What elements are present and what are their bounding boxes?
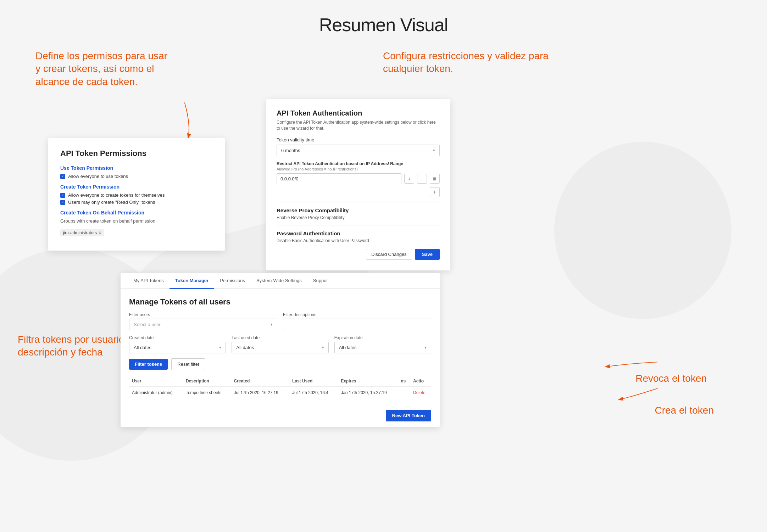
reset-filter-button[interactable]: Reset filter [171,358,205,370]
annotation-revoke: Revoca el token [635,372,707,385]
create-token-item2: Users may only create "Read Only" tokens [60,200,213,205]
annotation-top-left: Define los permisos para usar y crear to… [35,50,170,88]
validity-select[interactable]: 6 months ▾ [277,145,440,156]
table-row: Administrator (admin) Tempo time sheets … [129,387,431,399]
tokens-table: User Description Created Last Used Expir… [129,376,431,399]
col-ns: ns [398,376,410,387]
token-manager-body: Manage Tokens of all users Filter users … [121,289,440,406]
create-token-section-title: Create Token Permission [60,184,213,190]
filter-desc-col: Filter descriptions [283,312,431,330]
validity-chevron-icon: ▾ [433,148,435,153]
filter-users-placeholder: Select a user [134,322,161,327]
auth-card-footer: Discard Changes Save [277,249,440,260]
token-manager-title: Manage Tokens of all users [129,297,431,307]
filter-users-chevron-icon: ▾ [271,322,273,327]
cell-expires: Jan 17th 2020, 15:27:19 [338,387,398,399]
annotation-create: Crea el token [655,404,714,417]
token-manager-card: My API Tokens Token Manager Permissions … [121,273,440,427]
new-api-token-button[interactable]: New API Token [386,410,431,421]
col-last-used: Last Used [289,376,338,387]
filter-desc-label: Filter descriptions [283,312,431,317]
ip-sublabel: Allowed IPs (no Addresses = no IP restri… [277,167,440,171]
filter-users-col: Filter users Select a user ▾ [129,312,277,330]
auth-card-subtitle: Configure the API Token Authentication a… [277,119,440,131]
ip-delete-btn[interactable]: 🗑 [430,174,440,184]
col-created: Created [231,376,289,387]
token-manager-footer: New API Token [121,406,440,427]
filter-tokens-button[interactable]: Filter tokens [129,359,168,370]
save-button[interactable]: Save [415,249,440,260]
last-used-chevron-icon: ▾ [322,345,324,350]
create-token-checkbox2[interactable] [60,200,65,205]
created-date-label: Created date [129,335,226,340]
created-date-chevron-icon: ▾ [219,345,221,350]
tab-support[interactable]: Suppor [307,273,334,289]
ip-add-btn[interactable]: + [430,187,440,197]
use-token-item1: Allow everyone to use tokens [60,174,213,179]
validity-label: Token validity time [277,137,440,142]
cell-created: Jul 17th 2020, 16:27:19 [231,387,289,399]
last-used-col: Last used date All dates ▾ [232,335,328,353]
expiration-label: Expiration date [334,335,431,340]
annotation-top-right: Configura restricciones y validez para c… [383,50,553,75]
col-action: Actio [410,376,431,387]
annotation-bottom-left: Filtra tokens por usuario, descripción y… [18,333,131,359]
tab-system-wide-settings[interactable]: System-Wide Settings [251,273,307,289]
password-auth-heading: Password Authentication [277,230,440,236]
tag-remove-btn[interactable]: X [99,231,101,235]
jira-admin-tag: jira-administrators X [60,229,104,236]
create-token-item1: Allow everyone to create tokens for them… [60,192,213,198]
use-token-checkbox1[interactable] [60,174,65,179]
col-user: User [129,376,183,387]
filter-row: Filter users Select a user ▾ Filter desc… [129,312,431,330]
ip-field-row: ↓ ↑ 🗑 [277,173,440,184]
cell-description: Tempo time sheets [183,387,231,399]
col-expires: Expires [338,376,398,387]
page-title: Resumen Visual [0,0,767,46]
cell-ns [398,387,410,399]
delete-token-link[interactable]: Delete [413,390,426,395]
password-auth-text: Disable Basic Authentication with User P… [277,238,440,243]
filter-users-select[interactable]: Select a user ▾ [129,319,277,330]
expiration-chevron-icon: ▾ [424,345,427,350]
ip-input[interactable] [277,173,401,184]
expiration-select[interactable]: All dates ▾ [334,342,431,353]
cell-action: Delete [410,387,431,399]
cell-last-used: Jul 17th 2020, 16:4 [289,387,338,399]
action-row: Filter tokens Reset filter [129,358,431,370]
created-date-select[interactable]: All dates ▾ [129,342,226,353]
on-behalf-section-title: Create Token On Behalf Permission [60,210,213,215]
tab-permissions[interactable]: Permissions [214,273,251,289]
filter-desc-input[interactable] [283,319,431,330]
expiration-col: Expiration date All dates ▾ [334,335,431,353]
use-token-section-title: Use Token Permission [60,165,213,171]
ip-up-btn[interactable]: ↑ [417,174,427,184]
auth-card-title: API Token Authentication [277,109,440,117]
ip-down-btn[interactable]: ↓ [404,174,414,184]
discard-changes-button[interactable]: Discard Changes [366,249,412,260]
last-used-select[interactable]: All dates ▾ [232,342,328,353]
cell-user: Administrator (admin) [129,387,183,399]
last-used-label: Last used date [232,335,328,340]
on-behalf-desc: Groups with create token on behalf permi… [60,218,213,224]
tab-token-manager[interactable]: Token Manager [169,273,214,289]
created-date-col: Created date All dates ▾ [129,335,226,353]
permissions-card-title: API Token Permissions [60,149,213,158]
auth-card: API Token Authentication Configure the A… [266,99,450,270]
reverse-proxy-text: Enable Reverse Proxy Compatibility [277,215,440,220]
ip-label: Restrict API Token Authentication based … [277,161,440,166]
col-description: Description [183,376,231,387]
date-filter-row: Created date All dates ▾ Last used date … [129,335,431,353]
tabs-row: My API Tokens Token Manager Permissions … [121,273,440,289]
reverse-proxy-heading: Reverse Proxy Compatibility [277,207,440,213]
create-token-checkbox1[interactable] [60,193,65,198]
tab-my-api-tokens[interactable]: My API Tokens [128,273,169,289]
filter-users-label: Filter users [129,312,277,317]
permissions-card: API Token Permissions Use Token Permissi… [48,138,225,251]
background-blob-right [554,142,732,319]
